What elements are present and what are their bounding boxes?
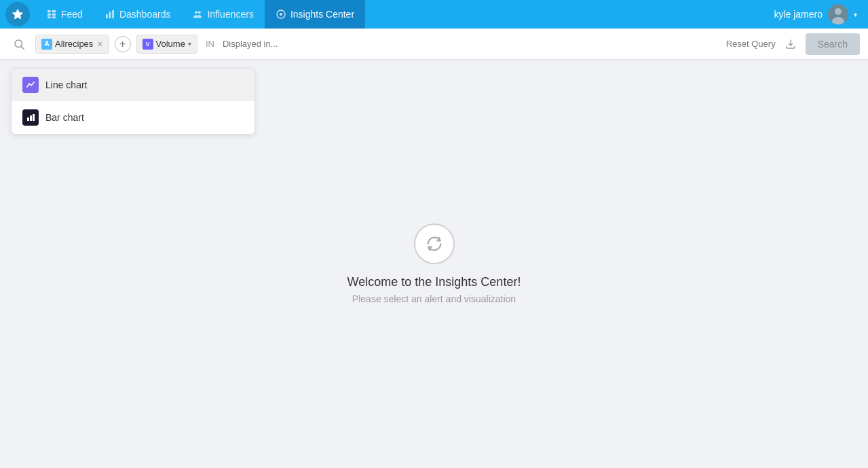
nav-dashboards-label: Dashboards (119, 9, 171, 20)
search-button[interactable]: Search (806, 33, 860, 55)
line-chart-option[interactable]: Line chart (12, 69, 254, 101)
svg-rect-19 (27, 118, 29, 121)
svg-point-10 (195, 11, 197, 14)
search-icon (13, 38, 25, 50)
svg-rect-6 (52, 16, 56, 18)
dashboards-icon (105, 9, 115, 20)
line-chart-label: Line chart (45, 79, 87, 90)
volume-dropdown-icon: V (143, 39, 153, 50)
main-content: Line chart Bar chart Welcome to the Insi (0, 60, 868, 468)
chevron-down-icon: ▾ (854, 11, 857, 18)
svg-marker-0 (12, 9, 24, 20)
refresh-icon-circle (414, 223, 455, 264)
reset-query-button[interactable]: Reset Query (726, 39, 776, 49)
influencers-icon (192, 9, 203, 20)
svg-rect-4 (52, 10, 56, 12)
svg-rect-8 (109, 12, 111, 18)
allrecipes-tag[interactable]: A Allrecipes × (35, 35, 109, 54)
download-icon (785, 39, 796, 50)
volume-dropdown-arrow: ▾ (188, 40, 191, 48)
logo-button[interactable] (5, 2, 30, 26)
allrecipes-tag-icon: A (41, 39, 52, 50)
displayed-in-input[interactable] (223, 39, 721, 49)
welcome-subtitle: Please select an alert and visualization (352, 293, 516, 304)
navbar: Feed Dashboards Influencers Insights Cen… (0, 0, 868, 29)
nav-item-feed[interactable]: Feed (35, 0, 94, 29)
nav-item-insights-center[interactable]: Insights Center (265, 0, 365, 29)
svg-point-15 (835, 8, 842, 15)
chart-type-dropdown-menu: Line chart Bar chart (11, 68, 255, 134)
nav-insights-label: Insights Center (290, 9, 354, 20)
svg-point-11 (198, 11, 201, 14)
search-bar: A Allrecipes × + V Volume ▾ IN Reset Que… (0, 29, 868, 60)
bar-chart-icon (22, 109, 39, 126)
user-name: kyle jamero (774, 9, 823, 20)
svg-rect-21 (33, 114, 35, 121)
download-button[interactable] (781, 35, 800, 54)
user-menu[interactable]: kyle jamero ▾ (768, 0, 863, 29)
search-icon-button[interactable] (8, 33, 30, 55)
volume-dropdown[interactable]: V Volume ▾ (136, 35, 197, 54)
feed-icon (46, 9, 57, 20)
line-chart-icon (22, 77, 39, 93)
svg-rect-9 (112, 10, 114, 18)
svg-rect-5 (52, 14, 56, 16)
svg-rect-1 (48, 10, 51, 12)
svg-point-13 (280, 13, 282, 16)
avatar (828, 4, 848, 24)
svg-rect-2 (48, 14, 51, 16)
bar-chart-label: Bar chart (45, 112, 84, 123)
svg-rect-7 (106, 14, 108, 18)
svg-point-17 (15, 40, 22, 48)
in-label: IN (203, 39, 217, 49)
refresh-icon (425, 234, 444, 253)
insights-icon (276, 9, 286, 20)
add-filter-button[interactable]: + (115, 36, 131, 52)
allrecipes-tag-close[interactable]: × (97, 39, 102, 50)
allrecipes-tag-label: Allrecipes (55, 39, 93, 49)
nav-item-dashboards[interactable]: Dashboards (94, 0, 182, 29)
volume-dropdown-label: Volume (156, 39, 185, 49)
nav-influencers-label: Influencers (207, 9, 253, 20)
svg-line-18 (21, 46, 24, 49)
svg-rect-3 (48, 16, 51, 18)
welcome-title: Welcome to the Insights Center! (347, 275, 521, 289)
nav-feed-label: Feed (61, 9, 83, 20)
svg-rect-20 (30, 115, 32, 121)
nav-item-influencers[interactable]: Influencers (181, 0, 264, 29)
bar-chart-option[interactable]: Bar chart (12, 101, 254, 134)
